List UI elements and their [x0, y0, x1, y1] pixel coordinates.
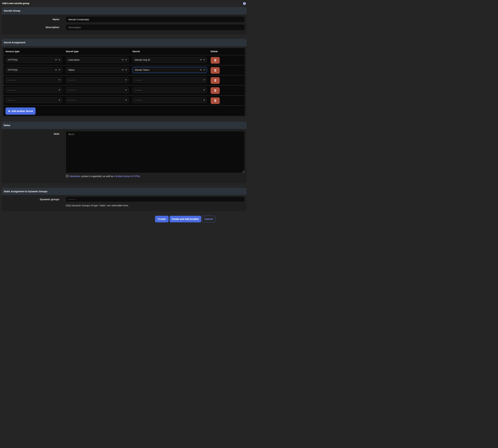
select-value: ---------: [68, 198, 75, 201]
panel-notes: Notes Note: [2, 122, 247, 183]
column-header-access-type: Access type: [4, 48, 64, 55]
select-value: Meraki Token: [135, 68, 149, 71]
panel-secret-assignment-title: Secret Assignment: [2, 39, 247, 46]
chevron-down-icon: [203, 100, 205, 101]
select-value: ---------: [68, 79, 76, 81]
secret-type-select-5[interactable]: ---------: [66, 97, 129, 103]
column-header-secret-type: Secret type: [64, 48, 131, 55]
delete-row-button-2[interactable]: [211, 67, 220, 74]
panel-dynamic-groups-title: Static Assignment to Dynamic Groups: [2, 188, 247, 195]
name-input[interactable]: [66, 16, 245, 22]
dynamic-groups-label: Dynamic groups: [4, 196, 59, 201]
trash-icon: [214, 89, 216, 92]
access-type-select-4[interactable]: ---------: [5, 87, 62, 93]
delete-row-button-1[interactable]: [211, 57, 220, 64]
dynamic-groups-select[interactable]: ---------: [66, 196, 245, 202]
description-row: Description: [4, 24, 245, 31]
secret-select-3[interactable]: ---------: [133, 77, 207, 83]
trash-icon: [214, 99, 216, 102]
chevron-down-icon: [125, 59, 127, 60]
column-header-secret: Secret: [131, 48, 209, 55]
chevron-down-icon: [203, 90, 205, 91]
panel-dynamic-groups-body: Dynamic groups --------- Only Dynamic Gr…: [2, 195, 247, 211]
access-type-select-5[interactable]: ---------: [5, 97, 62, 103]
chevron-down-icon: [125, 80, 127, 80]
secret-select-1[interactable]: Meraki Org ID: [133, 57, 207, 63]
secret-select-4[interactable]: ---------: [133, 87, 207, 93]
add-another-secret-button[interactable]: Add another Secret: [5, 108, 35, 115]
select-value: HTTP(S): [8, 68, 17, 71]
panel-notes-body: Note M: [2, 129, 247, 183]
secret-assignment-table: Access type Secret type Secret Delete HT…: [4, 48, 245, 116]
description-input[interactable]: [66, 24, 245, 31]
panel-secrets-group-body: Name Description: [2, 15, 247, 34]
chevron-down-icon: [59, 59, 60, 60]
help-icon[interactable]: ?: [243, 2, 246, 5]
select-value: Token: [68, 68, 75, 71]
secret-type-select-2[interactable]: Token: [66, 67, 129, 73]
clear-icon[interactable]: [122, 57, 123, 63]
trash-icon: [214, 79, 216, 82]
dynamic-groups-row: Dynamic groups --------- Only Dynamic Gr…: [4, 196, 245, 207]
clear-icon[interactable]: [200, 67, 202, 73]
secret-row: --------- --------- --: [4, 75, 245, 85]
chevron-down-icon: [125, 90, 127, 91]
html-subset-link[interactable]: a limited subset of HTML: [114, 175, 140, 177]
clear-icon[interactable]: [55, 67, 57, 73]
trash-icon: [214, 69, 216, 72]
create-and-add-another-button[interactable]: Create and Add Another: [170, 216, 201, 222]
panel-dynamic-groups: Static Assignment to Dynamic Groups Dyna…: [2, 188, 247, 211]
markdown-link[interactable]: Markdown: [69, 175, 81, 177]
chevron-down-icon: [59, 69, 60, 70]
column-header-delete: Delete: [209, 48, 245, 55]
clear-icon[interactable]: [55, 57, 57, 63]
secret-row: HTTP(S) Username: [4, 55, 245, 65]
markdown-help-middle: syntax is supported, as well as: [81, 175, 114, 177]
access-type-select-2[interactable]: HTTP(S): [5, 67, 62, 73]
secret-select-5[interactable]: ---------: [133, 97, 207, 103]
markdown-help-text: Markdown syntax is supported, as well as…: [69, 175, 141, 177]
note-textarea[interactable]: [66, 131, 245, 173]
create-button[interactable]: Create: [155, 216, 169, 222]
select-value: ---------: [8, 89, 15, 91]
select-value: ---------: [8, 99, 15, 101]
secret-row: --------- --------- --: [4, 96, 245, 105]
chevron-down-icon: [59, 80, 60, 80]
markdown-help-suffix: .: [140, 175, 141, 177]
delete-row-button-5[interactable]: [211, 97, 220, 104]
panel-secret-assignment-body: Access type Secret type Secret Delete HT…: [2, 46, 247, 117]
chevron-down-icon: [203, 59, 205, 60]
access-type-select-3[interactable]: ---------: [5, 77, 62, 83]
panel-secrets-group: Secrets Group Name Description: [2, 7, 247, 34]
chevron-down-icon: [125, 100, 127, 101]
secret-type-select-3[interactable]: ---------: [66, 77, 129, 83]
note-row: Note M: [4, 131, 245, 177]
description-label: Description: [4, 24, 59, 29]
secret-type-select-1[interactable]: Username: [66, 57, 129, 63]
name-row: Name: [4, 16, 245, 22]
access-type-select-1[interactable]: HTTP(S): [5, 57, 62, 63]
cancel-button[interactable]: Cancel: [202, 216, 215, 222]
secret-select-2[interactable]: Meraki Token: [133, 67, 207, 73]
chevron-down-icon: [59, 100, 60, 101]
note-label: Note: [4, 131, 59, 135]
select-value: ---------: [135, 89, 142, 91]
clear-icon[interactable]: [200, 57, 202, 63]
delete-row-button-3[interactable]: [211, 77, 220, 84]
select-value: HTTP(S): [8, 58, 17, 61]
secret-type-select-4[interactable]: ---------: [66, 87, 129, 93]
form-actions: Create Create and Add Another Cancel: [2, 216, 247, 222]
clear-icon[interactable]: [122, 67, 123, 73]
dynamic-groups-help: Only Dynamic Groups of type "static" are…: [66, 204, 245, 207]
secret-row: HTTP(S) Token: [4, 65, 245, 75]
chevron-down-icon: [203, 80, 205, 80]
delete-row-button-4[interactable]: [211, 87, 220, 94]
table-header-row: Access type Secret type Secret Delete: [4, 48, 245, 55]
trash-icon: [214, 59, 216, 62]
page: Add a new secrets group ? Secrets Group …: [0, 0, 249, 222]
select-value: Username: [68, 58, 80, 61]
secret-row: --------- --------- --: [4, 85, 245, 96]
table-footer-row: Add another Secret: [4, 105, 245, 116]
page-header: Add a new secrets group ?: [2, 0, 247, 7]
chevron-down-icon: [125, 69, 127, 70]
